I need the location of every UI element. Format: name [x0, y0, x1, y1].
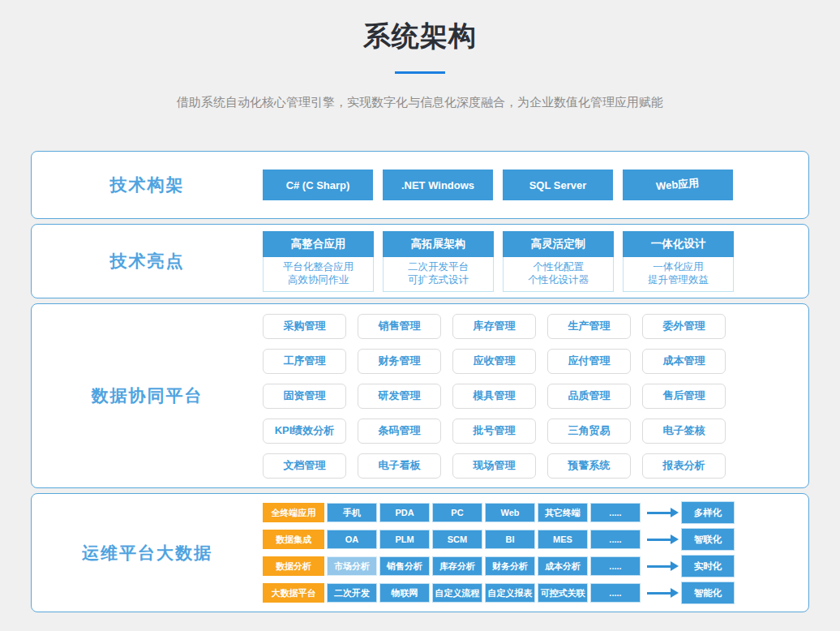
- bigdata-row-integration: 数据集成 OA PLM SCM BI MES ..... 智联化: [263, 528, 735, 551]
- bigdata-chip[interactable]: 二次开发: [327, 583, 377, 603]
- highlight-card-title: 高灵活定制: [503, 231, 614, 257]
- bigdata-result-chip: 智能化: [681, 582, 735, 604]
- bigdata-row-analysis: 数据分析 市场分析 销售分析 库存分析 财务分析 成本分析 ..... 实时化: [263, 555, 735, 577]
- bigdata-row-platform: 大数据平台 二次开发 物联网 自定义流程 自定义报表 可控式关联 ..... 智…: [263, 582, 735, 604]
- highlight-card-line: 提升管理效益: [624, 273, 733, 286]
- highlight-card-body: 平台化整合应用 高效协同作业: [263, 257, 374, 292]
- bigdata-chip[interactable]: 库存分析: [432, 556, 482, 576]
- module-button[interactable]: 成本管理: [642, 349, 726, 374]
- module-button[interactable]: 工序管理: [263, 349, 346, 374]
- bigdata-chip-ellipsis[interactable]: .....: [590, 583, 641, 603]
- module-button[interactable]: 电子签核: [642, 419, 726, 444]
- tech-stack-button-csharp[interactable]: C# (C Sharp): [263, 170, 373, 200]
- module-button[interactable]: 电子看板: [358, 453, 441, 479]
- section-bigdata: 运维平台大数据 全终端应用 手机 PDA PC Web 其它终端 ..... 多…: [31, 493, 809, 612]
- tech-stack-button-label: C# (C Sharp): [286, 179, 350, 191]
- section-highlights: 技术亮点 高整合应用 平台化整合应用 高效协同作业 高拓展架构 二次开发平台 可…: [31, 224, 809, 298]
- bigdata-chip[interactable]: PLM: [379, 530, 430, 549]
- bigdata-chip-ellipsis[interactable]: .....: [590, 556, 641, 576]
- tech-stack-button-dotnet[interactable]: .NET Windows: [383, 170, 493, 200]
- module-button[interactable]: 预警系统: [547, 453, 631, 479]
- sections-container: 技术构架 C# (C Sharp) .NET Windows SQL Serve…: [31, 151, 809, 612]
- bigdata-chip[interactable]: Web: [485, 503, 535, 522]
- section-tech-stack-label: 技术构架: [32, 174, 263, 196]
- section-platform: 数据协同平台 采购管理 销售管理 库存管理 生产管理 委外管理 工序管理 财务管…: [31, 303, 809, 488]
- module-button[interactable]: 应付管理: [547, 349, 631, 374]
- bigdata-chip[interactable]: MES: [538, 530, 588, 549]
- tech-stack-button-sqlserver[interactable]: SQL Server: [503, 170, 613, 200]
- bigdata-chip-ellipsis[interactable]: .....: [590, 530, 641, 549]
- module-button[interactable]: 库存管理: [452, 314, 536, 339]
- bigdata-chip[interactable]: SCM: [432, 530, 482, 549]
- module-button[interactable]: 采购管理: [263, 314, 346, 339]
- bigdata-chip[interactable]: 财务分析: [485, 556, 535, 576]
- highlight-card-line: 平台化整合应用: [264, 260, 373, 273]
- highlight-card-line: 一体化应用: [624, 260, 733, 273]
- bigdata-row-tag: 数据集成: [263, 530, 324, 549]
- module-button[interactable]: 三角贸易: [547, 419, 631, 444]
- highlight-card-title: 高整合应用: [263, 231, 374, 257]
- highlight-card: 高整合应用 平台化整合应用 高效协同作业: [263, 231, 374, 292]
- arrow-right-icon: [647, 565, 671, 568]
- bigdata-row-tag: 大数据平台: [263, 583, 324, 603]
- module-button[interactable]: 销售管理: [358, 314, 441, 339]
- bigdata-chip[interactable]: 物联网: [379, 583, 430, 603]
- module-button[interactable]: 应收管理: [452, 349, 536, 374]
- module-button[interactable]: 委外管理: [642, 314, 726, 339]
- module-button[interactable]: 售后管理: [642, 384, 726, 409]
- bigdata-chip[interactable]: 成本分析: [538, 556, 588, 576]
- tech-stack-button-web[interactable]: Web应用: [623, 170, 733, 200]
- section-bigdata-label: 运维平台大数据: [32, 542, 263, 564]
- bigdata-chip[interactable]: 市场分析: [327, 556, 377, 576]
- module-button[interactable]: 研发管理: [358, 384, 441, 409]
- module-button[interactable]: 模具管理: [452, 384, 536, 409]
- highlight-card: 一体化设计 一体化应用 提升管理效益: [623, 231, 734, 292]
- highlight-card: 高灵活定制 个性化配置 个性化设计器: [503, 231, 614, 292]
- module-button[interactable]: KPI绩效分析: [263, 419, 346, 444]
- module-button[interactable]: 条码管理: [358, 419, 441, 444]
- arrow-right-icon: [647, 512, 671, 514]
- module-button[interactable]: 报表分析: [642, 453, 726, 479]
- highlight-card-line: 可扩充式设计: [384, 273, 493, 286]
- highlight-card-line: 个性化设计器: [504, 273, 613, 286]
- module-button[interactable]: 生产管理: [547, 314, 631, 339]
- module-button[interactable]: 财务管理: [358, 349, 441, 374]
- highlight-card-line: 二次开发平台: [384, 260, 493, 273]
- tech-stack-button-label: SQL Server: [529, 179, 587, 191]
- bigdata-chip[interactable]: OA: [327, 530, 377, 549]
- module-button[interactable]: 文档管理: [263, 453, 346, 479]
- bigdata-chip[interactable]: 其它终端: [538, 503, 588, 522]
- section-highlights-label: 技术亮点: [32, 250, 263, 273]
- tech-stack-button-label: .NET Windows: [401, 179, 474, 191]
- highlight-card: 高拓展架构 二次开发平台 可扩充式设计: [383, 231, 494, 292]
- highlight-card-body: 二次开发平台 可扩充式设计: [383, 257, 494, 292]
- bigdata-chip[interactable]: 可控式关联: [538, 583, 588, 603]
- bigdata-rows: 全终端应用 手机 PDA PC Web 其它终端 ..... 多样化 数据集成 …: [263, 501, 735, 604]
- bigdata-chip[interactable]: 自定义流程: [432, 583, 482, 603]
- system-architecture-page: 系统架构 借助系统自动化核心管理引擎，实现数字化与信息化深度融合，为企业数值化管…: [0, 0, 840, 631]
- tech-stack-button-label: Web应用: [656, 176, 701, 195]
- tech-stack-row: C# (C Sharp) .NET Windows SQL Server Web…: [263, 170, 733, 200]
- section-tech-stack: 技术构架 C# (C Sharp) .NET Windows SQL Serve…: [31, 151, 809, 219]
- bigdata-chip-ellipsis[interactable]: .....: [590, 503, 641, 522]
- bigdata-chip[interactable]: 手机: [327, 503, 377, 522]
- bigdata-chip[interactable]: PDA: [379, 503, 430, 522]
- module-button[interactable]: 批号管理: [452, 419, 536, 444]
- highlight-cards-row: 高整合应用 平台化整合应用 高效协同作业 高拓展架构 二次开发平台 可扩充式设计…: [263, 231, 734, 292]
- module-button[interactable]: 现场管理: [452, 453, 536, 479]
- bigdata-chip[interactable]: 自定义报表: [485, 583, 535, 603]
- title-underline: [395, 71, 445, 74]
- arrow-right-icon: [647, 539, 671, 541]
- bigdata-chip[interactable]: BI: [485, 530, 535, 549]
- modules-grid: 采购管理 销售管理 库存管理 生产管理 委外管理 工序管理 财务管理 应收管理 …: [263, 314, 726, 479]
- bigdata-chip[interactable]: 销售分析: [379, 556, 430, 576]
- bigdata-row-terminals: 全终端应用 手机 PDA PC Web 其它终端 ..... 多样化: [263, 501, 735, 524]
- highlight-card-title: 高拓展架构: [383, 231, 494, 257]
- bigdata-row-tag: 数据分析: [263, 556, 324, 576]
- bigdata-result-chip: 多样化: [681, 501, 735, 524]
- module-button[interactable]: 品质管理: [547, 384, 631, 409]
- bigdata-result-chip: 实时化: [681, 555, 735, 577]
- bigdata-chip[interactable]: PC: [432, 503, 482, 522]
- module-button[interactable]: 固资管理: [263, 384, 346, 409]
- section-platform-label: 数据协同平台: [32, 384, 263, 407]
